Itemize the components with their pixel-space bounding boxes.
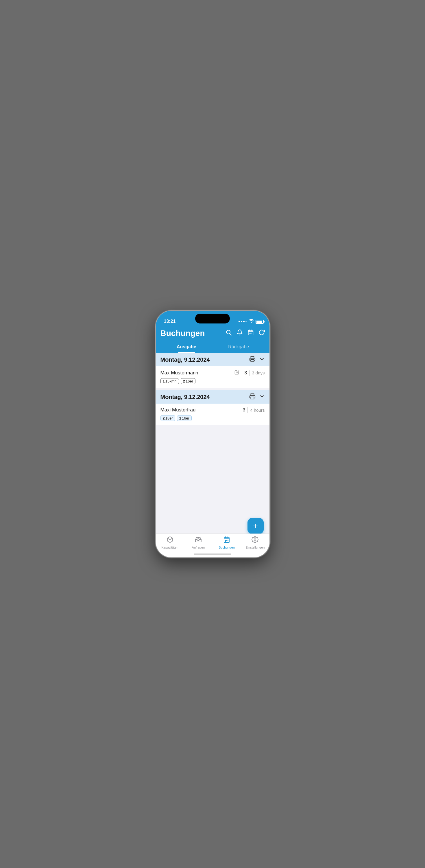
battery-icon [256, 320, 264, 324]
page-title: Buchungen [160, 329, 205, 338]
print-icon-2[interactable] [249, 393, 256, 401]
booking-right-1: 3 3 days [234, 370, 265, 376]
tab-ausgabe[interactable]: Ausgabe [160, 341, 213, 353]
svg-rect-8 [251, 333, 252, 334]
svg-rect-19 [228, 540, 228, 541]
main-tabs: Ausgabe Rückgabe [160, 341, 265, 353]
calendar-grid-icon [223, 536, 230, 545]
date-header-actions-1 [249, 356, 265, 363]
svg-line-1 [230, 334, 231, 335]
chevron-down-icon-2[interactable] [259, 394, 265, 400]
tag-2-2: 1 16er [177, 415, 192, 421]
home-indicator [194, 554, 231, 555]
divider-1 [242, 370, 242, 376]
svg-rect-17 [225, 540, 226, 541]
booking-name-1: Max Mustermann [160, 370, 198, 376]
tab-rueckgabe[interactable]: Rückgabe [212, 341, 265, 353]
divider-2 [248, 407, 248, 413]
chevron-down-icon-1[interactable] [259, 356, 265, 363]
booking-item-2: Maxi Musterfrau 3 4 hours 2 18er [156, 404, 269, 425]
plus-icon: + [253, 522, 258, 530]
tabbar-item-einstellungen[interactable]: Einstellungen [241, 536, 269, 549]
tabbar-item-anfragen[interactable]: Anfragen [184, 536, 212, 549]
tabbar-label-anfragen: Anfragen [192, 546, 205, 549]
svg-rect-10 [251, 397, 254, 399]
box-icon [166, 536, 173, 545]
tag-2-1: 2 18er [160, 415, 175, 421]
svg-rect-2 [248, 331, 253, 335]
search-icon[interactable] [226, 329, 232, 337]
tabbar-item-buchungen[interactable]: Buchungen [212, 536, 241, 549]
header-actions [226, 329, 265, 337]
date-header-actions-2 [249, 393, 265, 401]
booking-duration-1: 3 days [252, 370, 265, 375]
svg-rect-20 [225, 541, 226, 541]
notification-icon[interactable] [236, 329, 243, 337]
status-bar: 13:21 [156, 311, 269, 327]
print-icon-1[interactable] [249, 356, 256, 363]
svg-rect-9 [251, 360, 254, 362]
tabbar-label-buchungen: Buchungen [219, 546, 235, 549]
booking-count-2: 3 [243, 407, 246, 412]
svg-rect-6 [249, 333, 250, 334]
booking-tags-2: 2 18er 1 16er [160, 415, 265, 421]
tag-1-2: 2 16er [181, 378, 195, 384]
booking-tags-1: 1 15kmh 2 16er [160, 378, 265, 384]
booking-name-2: Maxi Musterfrau [160, 407, 196, 413]
calendar-icon[interactable] [248, 329, 254, 337]
add-booking-button[interactable]: + [248, 518, 264, 534]
notch [195, 314, 230, 323]
date-section-2: Montag, 9.12.2024 [156, 390, 269, 425]
svg-rect-7 [250, 333, 251, 334]
app-header: Buchungen [156, 327, 269, 353]
date-section-1: Montag, 9.12.2024 [156, 353, 269, 388]
gear-icon [252, 536, 259, 545]
booking-count-1: 3 [244, 370, 247, 376]
booking-duration-2: 4 hours [250, 408, 265, 412]
tabbar-item-kapazitaeten[interactable]: Kapazitäten [156, 536, 184, 549]
edit-icon-1[interactable] [234, 370, 239, 376]
date-text-1: Montag, 9.12.2024 [160, 356, 210, 363]
tabbar-label-kapazitaeten: Kapazitäten [162, 546, 178, 549]
svg-rect-18 [226, 540, 227, 541]
inbox-icon [195, 536, 202, 545]
date-header-1: Montag, 9.12.2024 [156, 353, 269, 366]
booking-right-2: 3 4 hours [243, 407, 265, 413]
booking-item-1: Max Mustermann 3 3 days [156, 366, 269, 388]
tabbar-label-einstellungen: Einstellungen [246, 546, 265, 549]
date-header-2: Montag, 9.12.2024 [156, 390, 269, 404]
svg-point-21 [254, 539, 256, 540]
status-icons [238, 319, 264, 324]
date-text-2: Montag, 9.12.2024 [160, 394, 210, 400]
refresh-icon[interactable] [259, 329, 265, 337]
divider-1b [249, 370, 250, 376]
tag-1-1: 1 15kmh [160, 378, 179, 384]
signal-dots [238, 321, 247, 322]
wifi-icon [249, 319, 254, 324]
